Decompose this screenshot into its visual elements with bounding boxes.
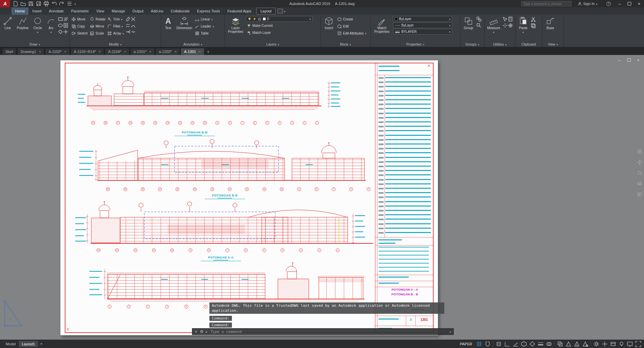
snap-icon[interactable] [485, 341, 491, 347]
maximize-button[interactable] [625, 0, 634, 7]
move-button[interactable]: Move [71, 16, 89, 22]
file-tab-a1103[interactable]: A-1103~R14* [70, 48, 104, 55]
infer-constraints-icon[interactable] [496, 341, 502, 347]
panel-label-block[interactable]: Block [321, 42, 370, 47]
zoom-icon[interactable] [637, 170, 642, 176]
trim-button[interactable]: Trim [107, 16, 125, 22]
file-tab-a1102[interactable]: A-1102* [45, 48, 70, 55]
edit-block-button[interactable]: Edit [337, 23, 369, 30]
navigation-wheel-icon[interactable] [637, 149, 642, 154]
annotation-monitor-icon[interactable] [602, 341, 608, 347]
ribbon-tab-layout[interactable]: Layout [256, 8, 276, 14]
file-tab-a1301[interactable]: A-1301 [181, 48, 204, 55]
ungroup-tool-icon[interactable] [476, 16, 482, 22]
panel-label-utilities[interactable]: Utilities [485, 42, 515, 47]
array-button[interactable]: Array [107, 30, 125, 37]
command-close-icon[interactable] [195, 330, 197, 334]
transparency-icon[interactable] [546, 341, 552, 347]
command-recent-caret-icon[interactable] [450, 330, 451, 334]
close-button[interactable] [634, 0, 644, 7]
copy-button[interactable]: Copy [71, 23, 89, 30]
file-tab-drawing1[interactable]: Drawing1 [17, 48, 44, 55]
close-tab-icon[interactable] [124, 50, 126, 53]
save-icon[interactable] [28, 1, 34, 6]
layer-select[interactable]: 0 [246, 16, 312, 22]
file-tab-start[interactable]: Start [2, 48, 16, 55]
showmotion-icon[interactable] [637, 192, 642, 197]
lineweight-icon[interactable] [538, 341, 544, 347]
panel-label-view[interactable]: View [542, 42, 563, 47]
leader-button[interactable]: Leader [194, 23, 224, 30]
qat-customize-caret-icon[interactable] [75, 2, 76, 6]
drawing-viewport[interactable]: 19181716151413121110987654321 2019181716… [0, 55, 644, 340]
quick-properties-icon[interactable] [610, 341, 616, 347]
measure-button[interactable]: Measure [486, 16, 502, 35]
ortho-icon[interactable] [504, 341, 510, 347]
ribbon-tab-express-tools[interactable]: Express Tools [193, 7, 224, 15]
command-line-bar[interactable] [192, 328, 454, 335]
undo-icon[interactable] [51, 1, 57, 6]
file-tab-a1202[interactable]: a-1202* [155, 48, 180, 55]
group-edit-tool-icon[interactable] [476, 22, 482, 28]
linear-button[interactable]: Linear [194, 16, 224, 22]
new-file-icon[interactable] [13, 1, 18, 6]
explode-tool-icon[interactable] [131, 16, 136, 22]
lengthen-tool-icon[interactable] [125, 28, 131, 35]
cut-tool-icon[interactable] [531, 16, 536, 22]
quick-select-tool-icon[interactable] [502, 16, 508, 22]
layer-properties-button[interactable]: Layer Properties [226, 16, 245, 34]
grid-icon[interactable] [476, 341, 482, 347]
close-tab-icon[interactable] [39, 50, 41, 53]
polar-tracking-icon[interactable] [512, 341, 518, 347]
layout1-tab[interactable]: Layout1 [19, 341, 38, 347]
open-file-icon[interactable] [20, 1, 26, 6]
point-tool-icon[interactable] [63, 28, 68, 35]
search-input[interactable] [521, 1, 572, 6]
model-tab[interactable]: Model [3, 341, 19, 347]
ribbon-options-button[interactable] [278, 7, 285, 15]
close-tab-icon[interactable] [199, 50, 201, 53]
autoscale-icon[interactable] [574, 341, 580, 347]
linetype-select[interactable]: ByLayer [393, 22, 452, 28]
ribbon-tab-parametric[interactable]: Parametric [67, 7, 93, 15]
hatch-tool-icon[interactable] [63, 16, 68, 22]
close-tab-icon[interactable] [64, 50, 66, 53]
new-layout-button[interactable] [38, 341, 45, 347]
ribbon-tab-output[interactable]: Output [129, 7, 147, 15]
save-as-icon[interactable] [36, 1, 41, 6]
panel-label-draw[interactable]: Draw [0, 42, 69, 47]
orbit-icon[interactable] [637, 181, 642, 186]
ribbon-tab-annotate[interactable]: Annotate [45, 7, 67, 15]
panel-label-clipboard[interactable]: Clipboard [515, 42, 542, 47]
region-tool-icon[interactable] [58, 28, 63, 35]
clean-screen-icon[interactable] [635, 341, 641, 347]
break-tool-icon[interactable] [131, 28, 136, 35]
base-button[interactable]: Base [543, 16, 557, 31]
quick-calc-tool-icon[interactable] [508, 16, 513, 22]
rotate-button[interactable]: Rotate [89, 16, 106, 22]
panel-label-annotation[interactable]: Annotation [161, 42, 225, 47]
scale-button[interactable]: Scale [89, 30, 106, 37]
ribbon-tab-insert[interactable]: Insert [29, 7, 45, 15]
annotation-visibility-icon[interactable] [565, 341, 572, 347]
polyline-button[interactable]: Polyline [15, 16, 31, 31]
file-tab-a1104[interactable]: A-1104* [105, 48, 130, 55]
ribbon-tab-addins[interactable]: Add-ins [147, 7, 167, 15]
id-point-tool-icon[interactable] [502, 22, 508, 28]
erase-tool-icon[interactable] [125, 16, 131, 22]
panel-label-properties[interactable]: Properties [370, 42, 460, 47]
arc-button[interactable]: Arc [45, 16, 57, 35]
help-icon[interactable] [606, 2, 611, 6]
command-customize-icon[interactable] [200, 329, 203, 334]
sheet-set-icon[interactable] [67, 1, 72, 6]
table-button[interactable]: Table [194, 30, 224, 37]
line-button[interactable]: Line [1, 16, 14, 31]
close-tab-icon[interactable] [99, 50, 101, 53]
create-block-button[interactable]: Create [337, 16, 369, 22]
panel-label-layers[interactable]: Layers [225, 42, 320, 47]
join-tool-icon[interactable] [131, 22, 136, 28]
rectangle-tool-icon[interactable] [58, 16, 63, 22]
redo-icon[interactable] [59, 1, 64, 6]
layout-paper-sheet[interactable]: 19181716151413121110987654321 2019181716… [60, 60, 438, 335]
new-drawing-tab-button[interactable] [205, 48, 212, 55]
